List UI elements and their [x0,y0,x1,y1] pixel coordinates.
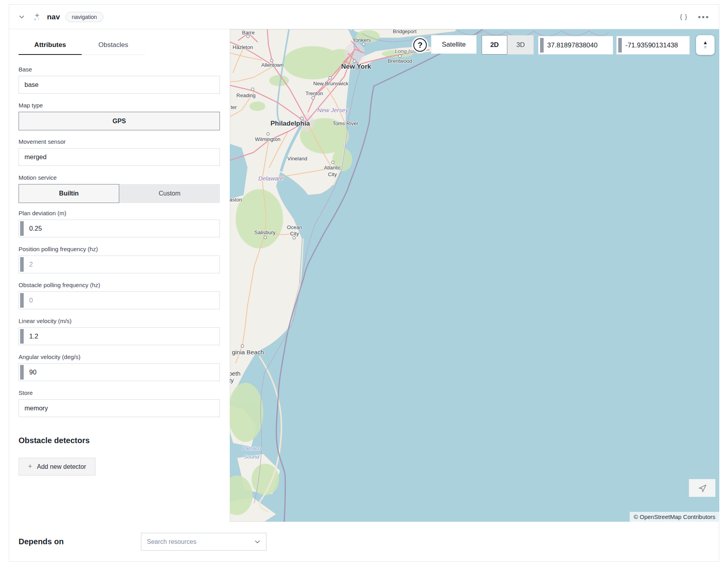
map-label: Philadelphia [270,120,310,128]
map-attribution: © OpenStreetMap Contributors [630,512,719,522]
position-polling-input[interactable] [19,256,220,273]
satellite-button[interactable]: Satellite [431,35,477,54]
obstacle-detectors-heading: Obstacle detectors [19,436,220,445]
map-label: aston [230,197,242,203]
map-canvas[interactable]: BarreHazletonAllentownReadingterPhiladel… [230,29,719,522]
navigation-service-sparkles-icon [32,12,42,22]
map-label: ter [231,104,236,110]
map-type-label: Map type [19,102,220,109]
more-menu-icon[interactable]: ●●● [698,14,709,20]
collapse-chevron-down-icon[interactable] [19,13,26,21]
page: nav navigation { } ●●● Attributes Obstac… [0,0,728,564]
longitude-input[interactable] [617,36,689,54]
angular-velocity-input[interactable] [19,364,220,381]
map-label: Atlantic [324,165,341,171]
map-label: Brentwood [388,58,412,64]
store-field [19,399,220,417]
map-label: ty [230,377,234,384]
tab-bar: Attributes Obstacles [19,41,145,55]
motion-service-custom-option[interactable]: Custom [119,184,220,203]
attributes-form: Base Map type GPS Movement sensor Motion… [19,66,220,476]
linear-velocity-label: Linear velocity (m/s) [19,318,220,324]
angular-velocity-label: Angular velocity (deg/s) [19,353,220,360]
position-polling-field [19,256,220,273]
map-label: Toms River [332,120,358,126]
map-label: Bridgeport [393,29,417,34]
map-label: Barre [242,30,255,36]
position-polling-label: Position polling frequency (hz) [19,246,220,252]
tab-attributes[interactable]: Attributes [19,41,82,55]
movement-sensor-field [19,148,220,166]
map-label: Trenton [306,90,323,96]
add-new-detector-button[interactable]: + Add new detector [19,458,96,476]
tab-obstacles[interactable]: Obstacles [82,41,145,55]
plan-deviation-field [19,220,220,237]
plus-icon: + [28,462,32,471]
chevron-down-icon [254,539,261,545]
latitude-input[interactable] [538,36,613,54]
locate-button[interactable] [689,479,715,497]
map-label: Allentown [261,62,283,68]
mode-2d-button[interactable]: 2D [482,35,507,55]
linear-velocity-input[interactable] [19,328,220,345]
map-label: New York [341,63,371,71]
depends-on-select[interactable]: Search resources [141,533,266,551]
depends-on-placeholder: Search resources [147,538,196,545]
base-input[interactable] [19,76,220,93]
stepper-down-icon: ▼ [703,45,708,50]
plan-deviation-label: Plan deviation (m) [19,210,220,216]
motion-service-label: Motion service [19,174,220,181]
map-label: New Brunswick [313,81,349,86]
plan-deviation-input[interactable] [19,220,220,237]
map-label: Ocean [287,224,302,230]
map-label: City [290,231,299,237]
linear-velocity-field [19,327,220,345]
map-label: Reading [236,92,255,98]
movement-sensor-input[interactable] [19,149,220,165]
map-label: Hazleton [233,44,253,50]
depends-on-section: Depends on Search resources [9,522,719,562]
map-label: beth [230,370,240,377]
base-label: Base [19,66,220,73]
map-label: Salisbury [254,229,275,235]
resource-type-badge: navigation [66,12,103,22]
map-label: New Jersey [317,107,348,113]
map-label: Vineland [287,156,307,162]
angular-velocity-field [19,363,220,381]
motion-service-builtin-option[interactable]: Builtin [19,184,119,203]
store-label: Store [19,389,220,396]
map-label: Yonkers [353,37,371,43]
map-label: Pamlico [242,446,261,451]
json-braces-icon[interactable]: { } [680,13,687,21]
map-label: ginia Beach [232,349,264,356]
map-label: Delaware [258,175,283,182]
motion-service-segmented: Builtin Custom [19,184,220,203]
zoom-stepper[interactable]: ▲ ▼ [696,35,715,55]
movement-sensor-label: Movement sensor [19,138,220,145]
card-header: nav navigation { } ●●● [9,5,719,29]
map-type-gps-button[interactable]: GPS [19,112,220,130]
depends-on-heading: Depends on [19,537,141,546]
map-labels-layer: BarreHazletonAllentownReadingterPhiladel… [230,29,719,522]
map-label: City [328,171,337,177]
mode-3d-button[interactable]: 3D [507,35,534,55]
resource-title: nav [47,13,60,21]
store-input[interactable] [19,400,220,417]
nav-service-card: nav navigation { } ●●● Attributes Obstac… [9,4,719,562]
obstacle-polling-input[interactable] [19,292,220,309]
latitude-field [538,36,613,55]
base-field [19,76,220,94]
obstacle-polling-field [19,291,220,309]
help-icon[interactable]: ? [413,38,427,52]
map-label: Sound [244,454,259,460]
longitude-field [616,36,690,55]
map-label: Wilmington [255,136,280,142]
add-new-detector-label: Add new detector [37,463,86,470]
paper-plane-icon [698,483,707,493]
obstacle-polling-label: Obstacle polling frequency (hz) [19,282,220,288]
config-panel: Attributes Obstacles Base Map type GPS M… [9,29,230,522]
